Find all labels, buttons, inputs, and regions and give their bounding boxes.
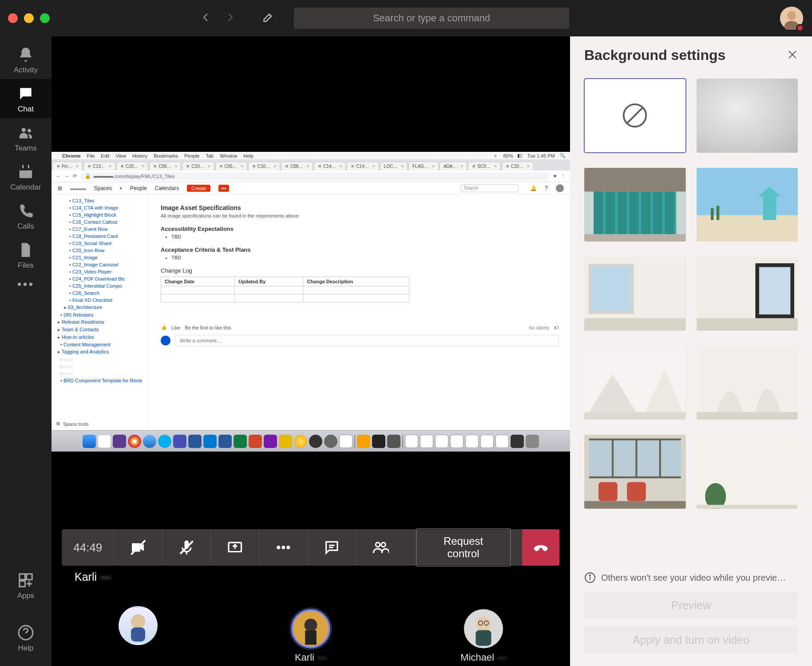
- rail-activity[interactable]: Activity: [0, 40, 51, 79]
- svg-point-23: [381, 543, 385, 547]
- svg-rect-11: [20, 581, 25, 587]
- menu-app: Chrome: [62, 153, 81, 159]
- confluence-tree: C13_Tiles C14_CTA with Image C15_Highlig…: [51, 194, 149, 430]
- bg-option-beach[interactable]: [697, 168, 798, 242]
- camera-toggle[interactable]: [114, 529, 162, 566]
- participant-tile[interactable]: [51, 588, 224, 666]
- svg-point-3: [22, 128, 26, 132]
- svg-rect-41: [606, 191, 615, 234]
- bell-icon: [17, 46, 34, 63]
- rail-chat[interactable]: Chat: [0, 79, 51, 118]
- chrome-tab: ADA…×: [440, 162, 467, 170]
- svg-rect-61: [697, 318, 798, 331]
- meeting-stage: Chrome File Edit View History Bookmarks …: [51, 36, 570, 666]
- svg-point-17: [277, 546, 280, 549]
- apply-button[interactable]: Apply and turn on video: [584, 626, 798, 654]
- left-rail: Activity Chat Teams Calendar Calls Files…: [0, 36, 51, 666]
- rail-label: Activity: [14, 66, 38, 75]
- rail-label: Teams: [15, 144, 37, 153]
- search-input[interactable]: Search or type a command: [294, 8, 569, 29]
- svg-rect-53: [716, 206, 719, 220]
- svg-rect-43: [629, 191, 638, 234]
- svg-rect-45: [653, 191, 662, 234]
- rail-teams[interactable]: Teams: [0, 118, 51, 157]
- svg-rect-8: [28, 165, 29, 168]
- preview-button[interactable]: Preview: [584, 591, 798, 619]
- svg-point-19: [287, 546, 290, 549]
- mac-menubar: Chrome File Edit View History Bookmarks …: [51, 152, 570, 160]
- show-chat-button[interactable]: [308, 529, 356, 566]
- hang-up-button[interactable]: [522, 529, 560, 566]
- bg-option-office[interactable]: [584, 435, 686, 509]
- svg-rect-25: [131, 627, 145, 642]
- presence-busy-icon: [796, 24, 804, 32]
- bg-option-room2[interactable]: [697, 257, 798, 331]
- background-settings-panel: Background settings: [570, 36, 812, 666]
- chrome-tab: ✕ C05…×: [215, 162, 247, 170]
- show-participants-button[interactable]: [356, 529, 404, 566]
- window-controls[interactable]: [8, 13, 50, 23]
- mic-toggle[interactable]: [162, 529, 211, 566]
- chrome-tab-strip: ✕ Fin…× ✕ C13…× ✕ C20…× ✕ C06…× ✕ C20…× …: [51, 160, 570, 170]
- chrome-tab: ✕ C20…×: [182, 162, 214, 170]
- teams-icon: [17, 124, 34, 141]
- rail-calendar[interactable]: Calendar: [0, 157, 51, 196]
- bg-option-studio2[interactable]: [697, 346, 798, 420]
- svg-rect-28: [305, 630, 317, 645]
- comment-avatar-icon: [161, 336, 170, 345]
- chrome-tab: ✕ Fin…×: [52, 162, 83, 170]
- svg-point-4: [28, 129, 31, 132]
- confluence-content: Image Asset Specifications All image spe…: [149, 194, 570, 430]
- close-icon[interactable]: [787, 49, 798, 62]
- participant-tile[interactable]: Michael —: [397, 588, 570, 666]
- svg-point-79: [705, 483, 726, 509]
- forward-icon[interactable]: [225, 12, 235, 24]
- svg-rect-80: [697, 505, 798, 509]
- rail-files[interactable]: Files: [0, 235, 51, 274]
- request-control-button[interactable]: Request control: [416, 528, 510, 567]
- bg-option-studio1[interactable]: [584, 346, 686, 420]
- section-heading: Accessibility Expectations: [161, 226, 558, 232]
- share-screen-button[interactable]: [211, 529, 259, 566]
- svg-line-36: [627, 108, 643, 123]
- svg-point-83: [590, 575, 590, 576]
- svg-rect-7: [22, 165, 24, 168]
- minimize-window-icon[interactable]: [24, 13, 34, 23]
- rail-help[interactable]: Help: [0, 618, 51, 657]
- fullscreen-window-icon[interactable]: [40, 13, 50, 23]
- rail-apps[interactable]: Apps: [0, 566, 51, 605]
- compose-icon[interactable]: [262, 11, 274, 25]
- svg-rect-10: [27, 574, 32, 580]
- rail-label: Files: [18, 261, 34, 270]
- section-heading: Image Asset Specifications: [161, 204, 558, 211]
- chrome-tab: ✕ C06…×: [149, 162, 181, 170]
- participant-tile[interactable]: Karli —: [224, 588, 397, 666]
- chrome-tab: ✕ C10…×: [248, 162, 280, 170]
- more-actions-button[interactable]: [259, 529, 308, 566]
- svg-point-24: [131, 614, 145, 628]
- bg-option-room1[interactable]: [584, 257, 686, 331]
- back-icon[interactable]: [201, 12, 211, 24]
- svg-point-1: [787, 11, 796, 20]
- bg-option-plainwall[interactable]: [697, 435, 798, 509]
- conf-search: Search: [461, 184, 519, 192]
- svg-rect-44: [641, 191, 650, 234]
- bg-option-none[interactable]: [584, 79, 686, 153]
- rail-more[interactable]: •••: [17, 277, 34, 291]
- svg-rect-50: [763, 196, 776, 220]
- shared-screen: Chrome File Edit View History Bookmarks …: [51, 152, 570, 452]
- close-window-icon[interactable]: [8, 13, 18, 23]
- svg-rect-30: [476, 630, 491, 646]
- bg-option-blur[interactable]: [697, 79, 798, 153]
- confluence-topbar: ⊞ ▬▬▬ Spaces▾ People Calendars Create ••…: [51, 182, 570, 194]
- call-timer: 44:49: [62, 529, 114, 566]
- request-control[interactable]: Request control: [404, 529, 522, 566]
- bg-option-lockers[interactable]: [584, 168, 686, 242]
- rail-calls[interactable]: Calls: [0, 196, 51, 235]
- panel-title: Background settings: [584, 47, 725, 63]
- rail-label: Calls: [17, 222, 34, 231]
- rail-label: Help: [18, 644, 34, 653]
- svg-rect-6: [20, 167, 32, 170]
- svg-rect-76: [627, 482, 646, 501]
- svg-rect-52: [711, 208, 713, 220]
